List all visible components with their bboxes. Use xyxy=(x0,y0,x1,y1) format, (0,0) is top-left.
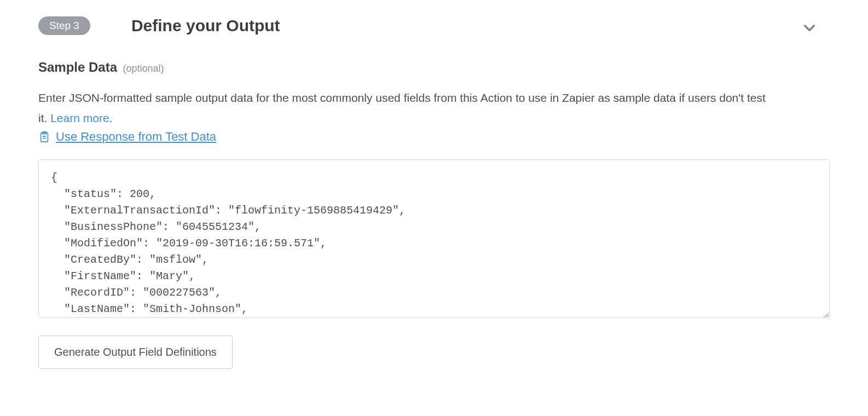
page-title: Define your Output xyxy=(131,16,280,35)
use-response-link[interactable]: Use Response from Test Data xyxy=(56,130,216,144)
step-header: Step 3 Define your Output xyxy=(38,16,830,35)
section-title: Sample Data xyxy=(38,60,117,74)
description-post: . xyxy=(109,112,113,124)
sample-data-textarea[interactable] xyxy=(38,159,830,318)
use-response-row: Use Response from Test Data xyxy=(38,130,830,144)
step-badge: Step 3 xyxy=(38,16,90,35)
section-heading: Sample Data (optional) xyxy=(38,60,830,75)
generate-output-button[interactable]: Generate Output Field Definitions xyxy=(38,336,233,369)
optional-label: (optional) xyxy=(123,63,164,74)
section-description: Enter JSON-formatted sample output data … xyxy=(38,88,777,129)
description-text: Enter JSON-formatted sample output data … xyxy=(38,91,766,124)
clipboard-icon xyxy=(38,130,50,144)
chevron-down-icon[interactable] xyxy=(800,19,819,39)
learn-more-link[interactable]: Learn more xyxy=(50,112,109,124)
